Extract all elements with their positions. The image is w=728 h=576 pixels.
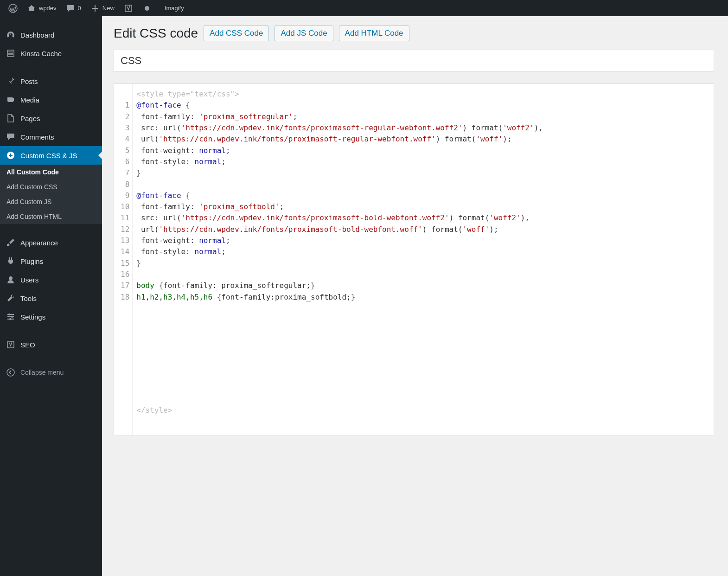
sidebar-item-label: Kinsta Cache [20,50,62,58]
plug-icon [6,256,16,266]
sidebar-item-appearance[interactable]: Appearance [0,233,102,252]
brush-icon [6,237,16,248]
imagify-link[interactable]: Imagify [160,0,189,16]
media-icon [6,95,16,105]
sidebar-item-kinsta[interactable]: Kinsta Cache [0,44,102,63]
sidebar-item-label: Users [20,276,38,284]
code-area[interactable]: <style type="text/css">@font-face { font… [133,84,714,435]
sidebar-item-customcss[interactable]: Custom CSS & JS [0,146,102,165]
sidebar-collapse[interactable]: Collapse menu [0,363,102,382]
svg-point-5 [9,276,13,280]
status-dot[interactable] [138,0,156,16]
main-content: Edit CSS code Add CSS Code Add JS Code A… [102,16,728,576]
subitem-add-css[interactable]: Add Custom CSS [0,179,102,194]
sidebar-item-label: Custom CSS & JS [20,152,77,160]
admin-sidebar: Dashboard Kinsta Cache Posts Media Pages… [0,16,102,576]
sidebar-item-plugins[interactable]: Plugins [0,252,102,270]
pin-icon [6,76,16,86]
sidebar-item-label: Plugins [20,257,43,265]
subitem-add-js[interactable]: Add Custom JS [0,194,102,209]
server-icon [6,48,16,58]
code-editor[interactable]: 123456789101112131415161718 <style type=… [114,83,714,436]
pages-icon [6,113,16,123]
svg-point-2 [145,6,149,11]
sidebar-item-label: Dashboard [20,31,54,39]
site-link[interactable]: wpdev [22,0,61,16]
comment-icon [6,132,16,142]
sidebar-item-pages[interactable]: Pages [0,109,102,128]
title-input[interactable] [114,50,714,72]
user-icon [6,275,16,285]
yoast-icon [6,339,16,350]
sliders-icon [6,312,16,322]
yoast-link[interactable] [119,0,138,16]
page-title: Edit CSS code [114,26,198,41]
home-icon [27,4,36,13]
collapse-icon [6,367,16,378]
site-name: wpdev [39,5,57,12]
sidebar-item-seo[interactable]: SEO [0,335,102,354]
comments-count: 0 [78,5,81,12]
plus-circle-icon [6,150,16,160]
imagify-label: Imagify [165,5,184,12]
admin-topbar: wpdev 0 New Imagify [0,0,728,16]
line-gutter: 123456789101112131415161718 [114,84,133,435]
plus-icon [90,4,100,13]
svg-point-8 [9,318,11,320]
yoast-icon [124,4,133,13]
subitem-add-html[interactable]: Add Custom HTML [0,209,102,224]
sidebar-item-label: Collapse menu [20,369,64,376]
svg-point-10 [7,369,14,376]
sidebar-submenu: All Custom Code Add Custom CSS Add Custo… [0,165,102,224]
sidebar-item-dashboard[interactable]: Dashboard [0,26,102,44]
sidebar-item-label: SEO [20,341,35,349]
sidebar-item-label: Comments [20,133,54,141]
sidebar-item-tools[interactable]: Tools [0,289,102,307]
sidebar-item-users[interactable]: Users [0,270,102,289]
new-label: New [102,5,115,12]
wordpress-icon [8,4,18,13]
wp-logo[interactable] [4,0,22,16]
subitem-all-code[interactable]: All Custom Code [0,165,102,179]
sidebar-item-settings[interactable]: Settings [0,307,102,326]
sidebar-item-label: Settings [20,313,45,321]
svg-point-7 [11,316,13,318]
sidebar-item-media[interactable]: Media [0,90,102,109]
wrench-icon [6,293,16,303]
sidebar-item-label: Tools [20,294,37,302]
add-js-button[interactable]: Add JS Code [275,26,333,41]
comments-link[interactable]: 0 [61,0,86,16]
sidebar-item-label: Media [20,96,39,104]
gauge-icon [6,30,16,40]
add-css-button[interactable]: Add CSS Code [204,26,269,41]
sidebar-item-label: Posts [20,77,38,85]
new-link[interactable]: New [86,0,119,16]
sidebar-item-comments[interactable]: Comments [0,128,102,146]
add-html-button[interactable]: Add HTML Code [339,26,409,41]
sidebar-item-label: Pages [20,115,40,122]
svg-point-6 [8,314,10,315]
comment-icon [66,4,75,13]
sidebar-item-label: Appearance [20,239,58,247]
circle-icon [142,4,152,13]
sidebar-item-posts[interactable]: Posts [0,72,102,90]
